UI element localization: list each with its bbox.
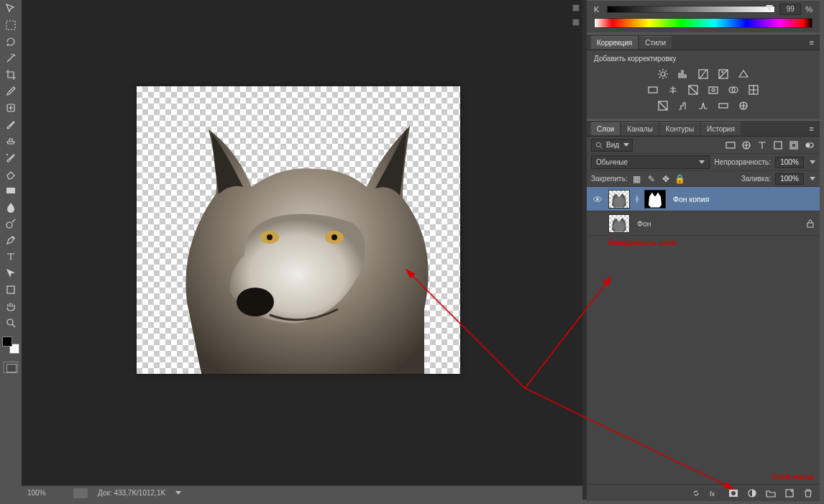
k-value[interactable]: 99 bbox=[779, 4, 801, 15]
link-layers-icon[interactable] bbox=[690, 487, 702, 499]
curves-icon[interactable] bbox=[697, 68, 710, 80]
layer-mask-thumbnail[interactable] bbox=[644, 190, 666, 209]
bw-icon[interactable] bbox=[687, 84, 700, 96]
move-tool-icon[interactable] bbox=[3, 1, 19, 16]
lock-position-icon[interactable]: ✥ bbox=[661, 174, 671, 184]
filter-smart-icon[interactable] bbox=[788, 139, 800, 151]
foreground-color-swatch[interactable] bbox=[2, 336, 12, 347]
channel-mixer-icon[interactable] bbox=[727, 84, 740, 96]
add-mask-icon[interactable] bbox=[728, 487, 739, 499]
layer-name[interactable]: Фон bbox=[634, 219, 801, 228]
color-balance-icon[interactable] bbox=[667, 84, 679, 96]
color-ramp[interactable] bbox=[594, 18, 812, 28]
channel-label: K bbox=[594, 5, 603, 14]
tab-history[interactable]: История bbox=[701, 122, 741, 135]
svg-rect-16 bbox=[709, 87, 718, 93]
collapsed-panels[interactable] bbox=[571, 0, 581, 26]
opacity-field[interactable]: 100% bbox=[775, 157, 804, 168]
levels-icon[interactable] bbox=[677, 68, 690, 80]
layer-row[interactable]: Фон копия bbox=[587, 187, 820, 211]
path-select-tool-icon[interactable] bbox=[3, 266, 19, 280]
magic-wand-tool-icon[interactable] bbox=[3, 51, 19, 65]
layer-row[interactable]: Фон bbox=[587, 211, 820, 236]
zoom-field[interactable]: 100% bbox=[27, 489, 63, 497]
fill-chevron-icon[interactable] bbox=[810, 177, 815, 180]
brush-tool-icon[interactable] bbox=[3, 117, 19, 132]
layer-thumbnail[interactable] bbox=[608, 190, 630, 209]
filter-pixel-icon[interactable] bbox=[725, 139, 736, 151]
tab-contours[interactable]: Контуры bbox=[660, 122, 700, 135]
marquee-tool-icon[interactable] bbox=[3, 18, 19, 32]
lock-pixels-icon[interactable]: ✎ bbox=[646, 174, 656, 184]
svg-point-11 bbox=[661, 72, 665, 76]
tab-adjustments[interactable]: Коррекция bbox=[591, 36, 638, 49]
hand-tool-icon[interactable] bbox=[3, 299, 19, 313]
posterize-icon[interactable] bbox=[677, 100, 690, 111]
svg-point-32 bbox=[596, 198, 598, 200]
new-group-icon[interactable] bbox=[765, 487, 777, 499]
layer-filter-select[interactable]: Вид bbox=[591, 139, 633, 152]
brightness-icon[interactable] bbox=[656, 68, 669, 80]
lock-all-icon[interactable]: 🔒 bbox=[675, 174, 685, 184]
lasso-tool-icon[interactable] bbox=[3, 35, 19, 49]
layers-panel-menu-icon[interactable]: ≡ bbox=[804, 124, 820, 133]
crop-tool-icon[interactable] bbox=[3, 68, 19, 82]
k-slider[interactable] bbox=[607, 6, 775, 13]
color-swatches[interactable] bbox=[2, 336, 19, 354]
lock-transparency-icon[interactable]: ▦ bbox=[632, 174, 642, 184]
dodge-tool-icon[interactable] bbox=[3, 216, 19, 231]
history-brush-tool-icon[interactable] bbox=[3, 150, 19, 165]
fx-icon[interactable]: fx bbox=[709, 487, 720, 499]
new-layer-icon[interactable] bbox=[784, 487, 795, 499]
blend-mode-select[interactable]: Обычные bbox=[591, 155, 710, 169]
fill-field[interactable]: 100% bbox=[775, 173, 804, 185]
svg-rect-25 bbox=[726, 142, 735, 148]
photo-filter-icon[interactable] bbox=[707, 84, 720, 96]
layer-thumbnail[interactable] bbox=[608, 214, 630, 233]
visibility-toggle[interactable] bbox=[591, 217, 604, 230]
opacity-chevron-icon[interactable] bbox=[810, 160, 815, 164]
gradient-tool-icon[interactable] bbox=[3, 183, 19, 198]
filter-toggle-icon[interactable] bbox=[804, 139, 815, 151]
layers-panel: Слои Каналы Контуры История ≡ Вид bbox=[587, 120, 820, 500]
type-tool-icon[interactable] bbox=[3, 249, 19, 264]
eraser-tool-icon[interactable] bbox=[3, 167, 19, 181]
filter-adjust-icon[interactable] bbox=[741, 139, 752, 151]
filter-type-icon[interactable] bbox=[756, 139, 768, 151]
canvas-area[interactable] bbox=[22, 0, 582, 489]
blur-tool-icon[interactable] bbox=[3, 200, 19, 214]
tab-styles[interactable]: Стили bbox=[639, 36, 672, 49]
filter-shape-icon[interactable] bbox=[772, 139, 784, 151]
threshold-icon[interactable] bbox=[697, 100, 710, 111]
healing-brush-tool-icon[interactable] bbox=[3, 101, 19, 115]
svg-point-31 bbox=[807, 144, 810, 147]
hue-icon[interactable] bbox=[646, 84, 659, 96]
eyedropper-tool-icon[interactable] bbox=[3, 84, 19, 98]
panel-menu-icon[interactable]: ≡ bbox=[804, 38, 820, 47]
exposure-icon[interactable] bbox=[717, 68, 730, 80]
status-icon[interactable] bbox=[73, 488, 88, 498]
tab-layers[interactable]: Слои bbox=[591, 122, 620, 135]
svg-point-8 bbox=[267, 234, 273, 240]
clone-stamp-tool-icon[interactable] bbox=[3, 134, 19, 148]
shape-tool-icon[interactable] bbox=[3, 283, 19, 297]
layer-name[interactable]: Фон копия bbox=[670, 195, 815, 203]
document-canvas[interactable] bbox=[137, 86, 460, 374]
mask-link-icon[interactable] bbox=[634, 195, 640, 203]
status-bar: 100% Док: 433,7K/1012,1K bbox=[22, 485, 582, 500]
adjustments-panel: Коррекция Стили ≡ Добавить корректировку bbox=[587, 34, 820, 119]
selective-color-icon[interactable] bbox=[737, 100, 750, 111]
quick-mask-toggle-icon[interactable] bbox=[4, 362, 18, 373]
svg-point-5 bbox=[7, 319, 13, 325]
gradient-map-icon[interactable] bbox=[717, 100, 730, 111]
visibility-toggle[interactable] bbox=[591, 193, 604, 206]
tab-channels[interactable]: Каналы bbox=[621, 122, 659, 135]
new-adjustment-icon[interactable] bbox=[746, 487, 758, 499]
vibrance-icon[interactable] bbox=[737, 68, 750, 80]
delete-layer-icon[interactable] bbox=[802, 487, 814, 499]
zoom-tool-icon[interactable] bbox=[3, 316, 19, 330]
pen-tool-icon[interactable] bbox=[3, 233, 19, 247]
status-menu-arrow-icon[interactable] bbox=[175, 491, 181, 495]
color-lookup-icon[interactable] bbox=[747, 84, 760, 96]
invert-icon[interactable] bbox=[656, 100, 669, 111]
